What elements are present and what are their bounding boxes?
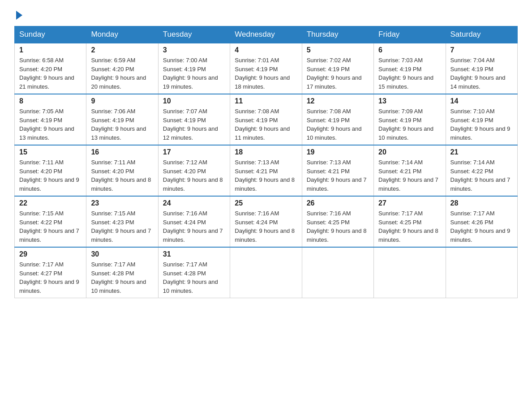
day-number: 19 [307, 148, 369, 156]
day-number: 11 [235, 97, 297, 105]
day-number: 2 [91, 46, 153, 54]
day-number: 20 [378, 148, 441, 156]
weekday-header-saturday: Saturday [446, 26, 517, 43]
calendar-cell: 11Sunrise: 7:08 AMSunset: 4:19 PMDayligh… [230, 94, 302, 145]
weekday-header-friday: Friday [374, 26, 446, 43]
calendar-cell: 27Sunrise: 7:17 AMSunset: 4:25 PMDayligh… [374, 196, 446, 247]
day-number: 30 [91, 250, 153, 258]
day-number: 25 [235, 199, 297, 207]
calendar-cell: 7Sunrise: 7:04 AMSunset: 4:19 PMDaylight… [446, 43, 517, 94]
day-info: Sunrise: 7:13 AMSunset: 4:21 PMDaylight:… [307, 158, 369, 193]
page-header [14, 11, 518, 21]
day-number: 29 [19, 250, 82, 258]
day-info: Sunrise: 7:12 AMSunset: 4:20 PMDaylight:… [163, 158, 225, 193]
weekday-header-monday: Monday [86, 26, 158, 43]
weekday-header-wednesday: Wednesday [230, 26, 302, 43]
day-number: 23 [91, 199, 153, 207]
day-info: Sunrise: 7:13 AMSunset: 4:21 PMDaylight:… [235, 158, 297, 193]
day-number: 17 [163, 148, 225, 156]
calendar-cell: 14Sunrise: 7:10 AMSunset: 4:19 PMDayligh… [446, 94, 517, 145]
calendar-cell: 2Sunrise: 6:59 AMSunset: 4:20 PMDaylight… [86, 43, 158, 94]
calendar-cell [446, 247, 517, 298]
calendar-cell: 28Sunrise: 7:17 AMSunset: 4:26 PMDayligh… [446, 196, 517, 247]
day-info: Sunrise: 7:06 AMSunset: 4:19 PMDaylight:… [91, 107, 153, 142]
calendar-cell: 20Sunrise: 7:14 AMSunset: 4:21 PMDayligh… [374, 145, 446, 196]
calendar-week-row: 8Sunrise: 7:05 AMSunset: 4:19 PMDaylight… [15, 94, 518, 145]
day-number: 21 [450, 148, 513, 156]
day-number: 3 [163, 46, 225, 54]
day-info: Sunrise: 7:05 AMSunset: 4:19 PMDaylight:… [19, 107, 82, 142]
calendar-cell: 4Sunrise: 7:01 AMSunset: 4:19 PMDaylight… [230, 43, 302, 94]
day-info: Sunrise: 7:16 AMSunset: 4:24 PMDaylight:… [235, 209, 297, 244]
calendar-cell: 3Sunrise: 7:00 AMSunset: 4:19 PMDaylight… [158, 43, 230, 94]
calendar-cell: 30Sunrise: 7:17 AMSunset: 4:28 PMDayligh… [86, 247, 158, 298]
calendar-week-row: 29Sunrise: 7:17 AMSunset: 4:27 PMDayligh… [15, 247, 518, 298]
calendar-cell: 29Sunrise: 7:17 AMSunset: 4:27 PMDayligh… [15, 247, 86, 298]
day-info: Sunrise: 7:04 AMSunset: 4:19 PMDaylight:… [450, 56, 513, 91]
day-info: Sunrise: 7:17 AMSunset: 4:26 PMDaylight:… [450, 209, 513, 244]
day-info: Sunrise: 7:08 AMSunset: 4:19 PMDaylight:… [307, 107, 369, 142]
weekday-header-tuesday: Tuesday [158, 26, 230, 43]
day-number: 16 [91, 148, 153, 156]
calendar-cell: 25Sunrise: 7:16 AMSunset: 4:24 PMDayligh… [230, 196, 302, 247]
day-info: Sunrise: 6:59 AMSunset: 4:20 PMDaylight:… [91, 56, 153, 91]
day-number: 7 [450, 46, 513, 54]
calendar-cell: 16Sunrise: 7:11 AMSunset: 4:20 PMDayligh… [86, 145, 158, 196]
day-number: 5 [307, 46, 369, 54]
calendar-cell: 31Sunrise: 7:17 AMSunset: 4:28 PMDayligh… [158, 247, 230, 298]
day-info: Sunrise: 7:16 AMSunset: 4:25 PMDaylight:… [307, 209, 369, 244]
day-info: Sunrise: 7:17 AMSunset: 4:28 PMDaylight:… [91, 260, 153, 295]
day-number: 9 [91, 97, 153, 105]
day-number: 24 [163, 199, 225, 207]
calendar-week-row: 1Sunrise: 6:58 AMSunset: 4:20 PMDaylight… [15, 43, 518, 94]
calendar-cell: 12Sunrise: 7:08 AMSunset: 4:19 PMDayligh… [302, 94, 373, 145]
day-number: 4 [235, 46, 297, 54]
calendar-cell: 15Sunrise: 7:11 AMSunset: 4:20 PMDayligh… [15, 145, 86, 196]
weekday-header-thursday: Thursday [302, 26, 373, 43]
day-info: Sunrise: 7:03 AMSunset: 4:19 PMDaylight:… [378, 56, 441, 91]
day-info: Sunrise: 7:14 AMSunset: 4:22 PMDaylight:… [450, 158, 513, 193]
day-info: Sunrise: 7:00 AMSunset: 4:19 PMDaylight:… [163, 56, 225, 91]
day-number: 27 [378, 199, 441, 207]
day-info: Sunrise: 7:15 AMSunset: 4:22 PMDaylight:… [19, 209, 82, 244]
day-info: Sunrise: 6:58 AMSunset: 4:20 PMDaylight:… [19, 56, 82, 91]
day-number: 28 [450, 199, 513, 207]
day-info: Sunrise: 7:11 AMSunset: 4:20 PMDaylight:… [91, 158, 153, 193]
day-number: 31 [163, 250, 225, 258]
day-info: Sunrise: 7:14 AMSunset: 4:21 PMDaylight:… [378, 158, 441, 193]
calendar-cell: 18Sunrise: 7:13 AMSunset: 4:21 PMDayligh… [230, 145, 302, 196]
day-info: Sunrise: 7:17 AMSunset: 4:25 PMDaylight:… [378, 209, 441, 244]
day-number: 10 [163, 97, 225, 105]
calendar-cell: 8Sunrise: 7:05 AMSunset: 4:19 PMDaylight… [15, 94, 86, 145]
calendar-cell: 21Sunrise: 7:14 AMSunset: 4:22 PMDayligh… [446, 145, 517, 196]
day-info: Sunrise: 7:16 AMSunset: 4:24 PMDaylight:… [163, 209, 225, 244]
day-number: 8 [19, 97, 82, 105]
calendar-cell [302, 247, 373, 298]
calendar-cell: 1Sunrise: 6:58 AMSunset: 4:20 PMDaylight… [15, 43, 86, 94]
day-info: Sunrise: 7:07 AMSunset: 4:19 PMDaylight:… [163, 107, 225, 142]
day-info: Sunrise: 7:09 AMSunset: 4:19 PMDaylight:… [378, 107, 441, 142]
day-info: Sunrise: 7:08 AMSunset: 4:19 PMDaylight:… [235, 107, 297, 142]
calendar-cell [374, 247, 446, 298]
calendar-cell: 5Sunrise: 7:02 AMSunset: 4:19 PMDaylight… [302, 43, 373, 94]
calendar-cell: 9Sunrise: 7:06 AMSunset: 4:19 PMDaylight… [86, 94, 158, 145]
day-info: Sunrise: 7:17 AMSunset: 4:28 PMDaylight:… [163, 260, 225, 295]
day-info: Sunrise: 7:11 AMSunset: 4:20 PMDaylight:… [19, 158, 82, 193]
calendar-week-row: 22Sunrise: 7:15 AMSunset: 4:22 PMDayligh… [15, 196, 518, 247]
calendar-cell: 10Sunrise: 7:07 AMSunset: 4:19 PMDayligh… [158, 94, 230, 145]
weekday-header-row: SundayMondayTuesdayWednesdayThursdayFrid… [15, 26, 518, 43]
weekday-header-sunday: Sunday [15, 26, 86, 43]
calendar-week-row: 15Sunrise: 7:11 AMSunset: 4:20 PMDayligh… [15, 145, 518, 196]
calendar-table: SundayMondayTuesdayWednesdayThursdayFrid… [14, 26, 518, 298]
day-number: 15 [19, 148, 82, 156]
calendar-cell: 24Sunrise: 7:16 AMSunset: 4:24 PMDayligh… [158, 196, 230, 247]
calendar-cell: 13Sunrise: 7:09 AMSunset: 4:19 PMDayligh… [374, 94, 446, 145]
calendar-cell: 19Sunrise: 7:13 AMSunset: 4:21 PMDayligh… [302, 145, 373, 196]
day-info: Sunrise: 7:10 AMSunset: 4:19 PMDaylight:… [450, 107, 513, 142]
day-number: 12 [307, 97, 369, 105]
calendar-cell: 26Sunrise: 7:16 AMSunset: 4:25 PMDayligh… [302, 196, 373, 247]
day-number: 13 [378, 97, 441, 105]
logo [14, 11, 22, 21]
day-number: 22 [19, 199, 82, 207]
day-number: 18 [235, 148, 297, 156]
